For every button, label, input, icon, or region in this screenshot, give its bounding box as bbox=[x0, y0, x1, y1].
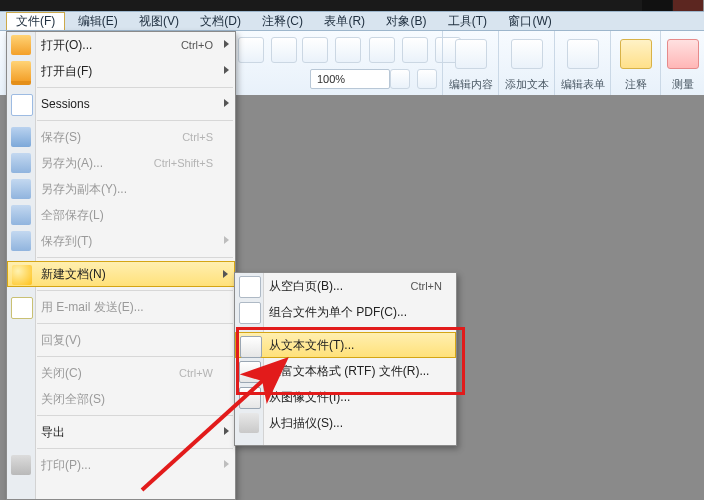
newdoc-from-rtf[interactable]: 从富文本格式 (RTF) 文件(R)... bbox=[235, 358, 456, 384]
file-open-from-label: 打开自(F) bbox=[41, 64, 92, 78]
group-measure-label: 测量 bbox=[661, 77, 704, 92]
file-save-as-label: 另存为(A)... bbox=[41, 156, 103, 170]
file-new-document-label: 新建文档(N) bbox=[41, 267, 106, 281]
file-save-all-label: 全部保存(L) bbox=[41, 208, 104, 222]
menu-form[interactable]: 表单(R) bbox=[315, 12, 374, 30]
file-save-as-shortcut: Ctrl+Shift+S bbox=[154, 150, 213, 176]
menu-annotate[interactable]: 注释(C) bbox=[253, 12, 312, 30]
menu-object[interactable]: 对象(B) bbox=[377, 12, 435, 30]
save-as-icon bbox=[11, 153, 31, 173]
file-print-label: 打印(P)... bbox=[41, 458, 91, 472]
file-open[interactable]: 打开(O)... Ctrl+O bbox=[7, 32, 235, 58]
app-window: 文件(F) 编辑(E) 视图(V) 文档(D) 注释(C) 表单(R) 对象(B… bbox=[0, 0, 704, 500]
tool-undo-icon[interactable] bbox=[238, 37, 264, 63]
text-file-icon bbox=[240, 336, 262, 358]
save-icon bbox=[11, 127, 31, 147]
folder-open-from-icon bbox=[11, 61, 31, 85]
newdoc-from-scanner-label: 从扫描仪(S)... bbox=[269, 416, 343, 430]
newdoc-blank-label: 从空白页(B)... bbox=[269, 279, 343, 293]
new-document-icon bbox=[12, 265, 32, 285]
file-close-label: 关闭(C) bbox=[41, 366, 82, 380]
sessions-icon bbox=[11, 94, 33, 116]
tool-zoom-plus-icon[interactable] bbox=[417, 69, 437, 89]
submenu-arrow-icon bbox=[224, 40, 229, 48]
file-close-shortcut: Ctrl+W bbox=[179, 360, 213, 386]
scanner-icon bbox=[239, 413, 259, 433]
file-save-copy[interactable]: 另存为副本(Y)... bbox=[7, 176, 235, 202]
file-sessions-label: Sessions bbox=[41, 97, 90, 111]
file-new-document[interactable]: 新建文档(N) bbox=[7, 261, 235, 287]
newdoc-blank-shortcut: Ctrl+N bbox=[411, 273, 442, 299]
menu-window[interactable]: 窗口(W) bbox=[499, 12, 560, 30]
file-save-to[interactable]: 保存到(T) bbox=[7, 228, 235, 254]
file-open-from[interactable]: 打开自(F) bbox=[7, 58, 235, 84]
tool-actual-size-icon[interactable] bbox=[302, 37, 328, 63]
zoom-combo[interactable]: 100% bbox=[310, 69, 390, 89]
file-save-copy-label: 另存为副本(Y)... bbox=[41, 182, 127, 196]
newdoc-combine[interactable]: 组合文件为单个 PDF(C)... bbox=[235, 299, 456, 325]
newdoc-from-rtf-label: 从富文本格式 (RTF) 文件(R)... bbox=[269, 364, 429, 378]
edit-content-icon[interactable] bbox=[455, 39, 487, 69]
file-save[interactable]: 保存(S) Ctrl+S bbox=[7, 124, 235, 150]
menu-edit[interactable]: 编辑(E) bbox=[69, 12, 127, 30]
email-icon bbox=[11, 297, 33, 319]
submenu-arrow-icon bbox=[224, 427, 229, 435]
file-sessions[interactable]: Sessions bbox=[7, 91, 235, 117]
file-revert[interactable]: 回复(V) bbox=[7, 327, 235, 353]
window-maximize-button[interactable] bbox=[642, 0, 672, 11]
submenu-arrow-icon bbox=[224, 460, 229, 468]
file-print[interactable]: 打印(P)... bbox=[7, 452, 235, 478]
group-annotate-label: 注释 bbox=[611, 77, 660, 92]
window-close-button[interactable] bbox=[673, 0, 703, 11]
submenu-arrow-icon bbox=[224, 66, 229, 74]
save-to-icon bbox=[11, 231, 31, 251]
file-email[interactable]: 用 E-mail 发送(E)... bbox=[7, 294, 235, 320]
add-text-icon[interactable] bbox=[511, 39, 543, 69]
file-save-label: 保存(S) bbox=[41, 130, 81, 144]
file-save-as[interactable]: 另存为(A)... Ctrl+Shift+S bbox=[7, 150, 235, 176]
tool-fit-page-icon[interactable] bbox=[335, 37, 361, 63]
tool-redo-icon[interactable] bbox=[271, 37, 297, 63]
edit-form-icon[interactable] bbox=[567, 39, 599, 69]
submenu-arrow-icon bbox=[224, 99, 229, 107]
blank-page-icon bbox=[239, 276, 261, 298]
print-icon bbox=[11, 455, 31, 475]
tool-zoom-in-icon[interactable] bbox=[390, 69, 410, 89]
file-export[interactable]: 导出 bbox=[7, 419, 235, 445]
combine-files-icon bbox=[239, 302, 261, 324]
newdoc-from-text[interactable]: 从文本文件(T)... bbox=[235, 332, 456, 358]
menu-document[interactable]: 文档(D) bbox=[191, 12, 250, 30]
newdoc-from-image-label: 从图像文件(I)... bbox=[269, 390, 350, 404]
group-edit-content-label: 编辑内容 bbox=[443, 77, 498, 92]
save-all-icon bbox=[11, 205, 31, 225]
newdoc-from-image[interactable]: 从图像文件(I)... bbox=[235, 384, 456, 410]
file-save-to-label: 保存到(T) bbox=[41, 234, 92, 248]
new-document-submenu: 从空白页(B)... Ctrl+N 组合文件为单个 PDF(C)... 从文本文… bbox=[234, 272, 457, 446]
image-file-icon bbox=[239, 387, 261, 409]
menu-view[interactable]: 视图(V) bbox=[130, 12, 188, 30]
file-open-shortcut: Ctrl+O bbox=[181, 32, 213, 58]
save-copy-icon bbox=[11, 179, 31, 199]
tool-fit-width-icon[interactable] bbox=[369, 37, 395, 63]
newdoc-from-scanner[interactable]: 从扫描仪(S)... bbox=[235, 410, 456, 436]
file-save-shortcut: Ctrl+S bbox=[182, 124, 213, 150]
folder-open-icon bbox=[11, 35, 31, 55]
file-revert-label: 回复(V) bbox=[41, 333, 81, 347]
file-close-all[interactable]: 关闭全部(S) bbox=[7, 386, 235, 412]
title-bar bbox=[0, 0, 703, 11]
menu-tools[interactable]: 工具(T) bbox=[439, 12, 496, 30]
submenu-arrow-icon bbox=[223, 270, 228, 278]
file-menu: 打开(O)... Ctrl+O 打开自(F) Sessions 保存(S) Ct… bbox=[6, 31, 236, 500]
tool-fit-height-icon[interactable] bbox=[402, 37, 428, 63]
rtf-file-icon bbox=[239, 361, 261, 383]
newdoc-from-text-label: 从文本文件(T)... bbox=[269, 338, 354, 352]
annotate-icon[interactable] bbox=[620, 39, 652, 69]
measure-icon[interactable] bbox=[667, 39, 699, 69]
file-save-all[interactable]: 全部保存(L) bbox=[7, 202, 235, 228]
file-close-all-label: 关闭全部(S) bbox=[41, 392, 105, 406]
newdoc-combine-label: 组合文件为单个 PDF(C)... bbox=[269, 305, 407, 319]
menu-file[interactable]: 文件(F) bbox=[6, 12, 65, 30]
file-close[interactable]: 关闭(C) Ctrl+W bbox=[7, 360, 235, 386]
file-open-label: 打开(O)... bbox=[41, 38, 92, 52]
newdoc-blank[interactable]: 从空白页(B)... Ctrl+N bbox=[235, 273, 456, 299]
